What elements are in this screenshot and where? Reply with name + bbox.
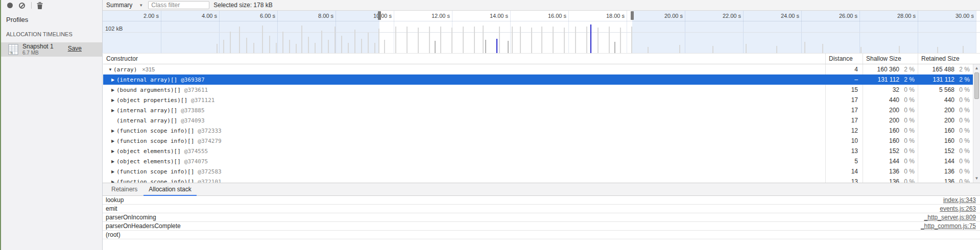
allocation-spike [328,40,329,53]
stack-function-name: (root) [106,231,121,238]
retained-size-value: 131 112 [918,76,954,83]
table-row[interactable]: ▶(bound arguments)[]@37361115320 %5 5680… [103,85,973,95]
column-header-distance[interactable]: Distance [825,54,863,64]
column-header-shallow-size[interactable]: Shallow Size [863,54,918,64]
source-location-link[interactable]: _http_common.js:75 [921,222,976,230]
expand-arrow-icon[interactable]: ▶ [111,78,116,82]
scroll-up-icon[interactable]: ▲ [973,65,980,71]
source-location-link[interactable]: index.js:343 [943,196,976,204]
allocation-spike [435,41,436,53]
allocation-timeline-overview[interactable]: 2.00 s4.00 s6.00 s8.00 s10.00 s12.00 s14… [103,11,980,53]
retained-size-percent: 0 % [954,147,973,155]
selection-left-handle[interactable] [378,11,381,20]
allocation-spike [553,27,554,53]
source-location-link[interactable]: _http_server.js:809 [924,214,976,221]
table-row[interactable]: ▶(internal array)[]@369387–131 1122 %131… [103,74,973,85]
object-id: @369387 [181,77,204,83]
distance-cell: 17 [825,95,863,105]
stack-frame-row[interactable]: emitevents.js:263 [103,205,980,213]
allocation-spike [648,47,649,53]
tab-allocation-stack[interactable]: Allocation stack [143,183,197,195]
table-row[interactable]: (internal array)[]@374093172000 %2000 % [103,115,973,126]
shallow-size-cell: 1600 % [863,126,918,136]
ruler-divider [103,21,980,21]
table-row[interactable]: ▶(function scope info)[]@372333121600 %1… [103,126,973,136]
expand-arrow-icon[interactable]: ▶ [111,139,116,143]
expanded-arrow-icon[interactable]: ▼ [108,67,113,72]
retained-size-percent: 0 % [954,178,973,183]
retained-size-value: 136 [918,168,954,175]
allocation-spike [620,28,621,53]
class-filter-input[interactable] [148,1,209,9]
table-row[interactable]: ▶(internal array)[]@373885172000 %2000 % [103,105,973,115]
heap-snapshot-icon: % [8,44,18,55]
allocation-spike [899,46,900,53]
table-row[interactable]: ▶(object elements)[]@37407551440 %1440 % [103,156,973,166]
allocation-spike [289,40,290,53]
constructor-cell: ▶(function scope info)[]@372333 [103,126,825,136]
record-button[interactable] [5,1,14,10]
grid-scrollbar[interactable]: ▲ ▼ [973,64,980,183]
table-row[interactable]: ▶(function scope info)[]@372101131360 %1… [103,177,973,183]
allocation-spike [217,44,218,53]
timeline-tick-label: 6.00 s [260,13,277,19]
table-row[interactable]: ▶(object elements)[]@374555131520 %1520 … [103,146,973,156]
retained-size-cell: 1360 % [918,166,973,177]
chevron-down-icon[interactable]: ▼ [139,3,143,8]
perspective-select[interactable]: Summary [106,2,132,9]
constructor-name: (bound arguments)[] [116,87,181,93]
stack-frame-row[interactable]: lookupindex.js:343 [103,196,980,205]
grid-header: Constructor Distance Shallow Size Retain… [103,53,980,64]
stack-frame-row[interactable]: parserOnIncoming_http_server.js:809 [103,213,980,222]
timeline-tick-label: 14.00 s [490,13,510,19]
shallow-size-cell: 4400 % [863,95,918,105]
allocation-spike [496,39,497,53]
retained-size-value: 165 488 [918,66,954,73]
expand-arrow-icon[interactable]: ▶ [111,98,116,103]
table-row[interactable]: ▶(object properties)[]@371121174400 %440… [103,95,973,105]
allocation-spike [361,39,362,53]
expand-arrow-icon[interactable]: ▶ [111,129,116,133]
scroll-down-icon[interactable]: ▼ [973,176,980,182]
scrollbar-thumb[interactable] [974,72,979,99]
column-header-constructor[interactable]: Constructor [103,54,825,64]
shallow-size-cell: 1360 % [863,166,918,177]
clear-button[interactable] [17,1,27,10]
expand-arrow-icon[interactable]: ▶ [111,159,116,164]
allocation-spike [609,27,610,53]
constructor-name: (object elements)[] [116,158,181,165]
constructor-rows: ▼(array)×3154160 3602 %165 4882 %▶(inter… [103,64,973,183]
selection-right-handle[interactable] [631,11,634,20]
column-header-retained-size[interactable]: Retained Size [918,54,973,64]
tab-retainers[interactable]: Retainers [106,183,143,195]
stack-frame-row[interactable]: parserOnHeadersComplete_http_common.js:7… [103,222,980,231]
timeline-tick-label: 30.00 s [955,13,976,19]
expand-arrow-icon[interactable]: ▶ [111,149,116,154]
stack-frame-row[interactable]: (root) [103,231,980,239]
retained-size-cell: 131 1122 % [918,74,973,85]
allocation-spike [296,44,297,53]
expand-arrow-icon[interactable]: ▶ [111,88,116,92]
shallow-size-value: 200 [863,107,899,114]
selected-size-label: Selected size: 178 kB [213,2,272,9]
expand-arrow-icon[interactable]: ▶ [111,169,116,174]
table-row[interactable]: ▶(function scope info)[]@374279101600 %1… [103,136,973,146]
snapshot-save-link[interactable]: Save [68,45,82,52]
shallow-size-cell: 2000 % [863,115,918,126]
table-row[interactable]: ▶(function scope info)[]@372583141360 %1… [103,166,973,177]
table-row[interactable]: ▼(array)×3154160 3602 %165 4882 % [103,64,973,74]
delete-profile-button[interactable] [35,1,44,10]
shallow-size-cell: 1440 % [863,156,918,166]
retained-size-value: 136 [918,178,954,183]
shallow-size-value: 136 [863,178,899,183]
constructor-name: (array) [113,66,137,73]
distance-cell: 17 [825,115,863,126]
allocation-spike [531,28,532,53]
sidebar-item-snapshot-1[interactable]: % Snapshot 1 6.7 MB Save [1,42,102,57]
allocation-spike [374,43,375,53]
allocation-spike [321,31,322,53]
expand-arrow-icon[interactable]: ▶ [111,108,116,113]
allocation-spike [395,27,396,53]
shallow-size-percent: 2 % [899,66,918,73]
source-location-link[interactable]: events.js:263 [940,205,976,212]
